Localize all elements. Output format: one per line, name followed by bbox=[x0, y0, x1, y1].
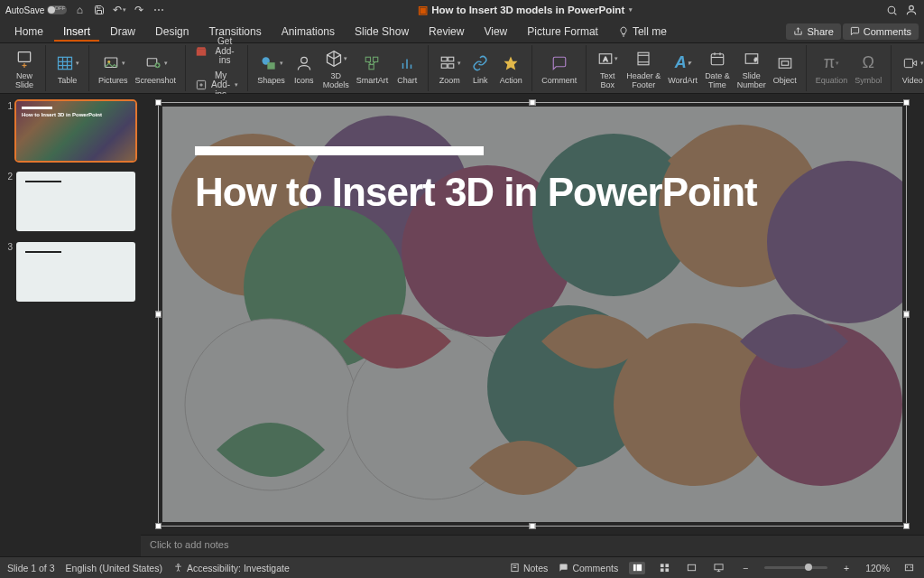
account-icon[interactable] bbox=[904, 3, 919, 17]
undo-icon[interactable]: ↶▾ bbox=[112, 3, 126, 17]
equation-icon: π▾ bbox=[824, 51, 839, 75]
zoom-button[interactable]: ▾ Zoom bbox=[434, 50, 465, 87]
zoom-level[interactable]: 120% bbox=[865, 563, 890, 573]
language-status[interactable]: English (United States) bbox=[66, 563, 162, 573]
resize-handle-nw[interactable] bbox=[155, 99, 162, 106]
svg-rect-40 bbox=[711, 54, 724, 65]
slide-thumbnails-pane[interactable]: 1 How to Insert 3D in PowerPoint 2 3 bbox=[0, 94, 141, 556]
accessibility-icon bbox=[173, 563, 183, 573]
svg-rect-73 bbox=[665, 568, 669, 572]
resize-handle-ne[interactable] bbox=[903, 99, 910, 106]
svg-rect-20 bbox=[267, 62, 274, 70]
header-footer-button[interactable]: Header & Footer bbox=[623, 45, 664, 91]
slide-number-button[interactable]: # Slide Number bbox=[734, 45, 770, 91]
svg-rect-69 bbox=[636, 564, 642, 571]
home-icon[interactable]: ⌂ bbox=[72, 3, 87, 17]
redo-icon[interactable]: ↷ bbox=[132, 3, 146, 17]
icons-icon bbox=[295, 51, 313, 75]
tell-me[interactable]: Tell me bbox=[609, 22, 676, 42]
thumb-slide-3[interactable] bbox=[16, 242, 135, 302]
pictures-button[interactable]: ▾ Pictures bbox=[95, 50, 132, 87]
3d-models-button[interactable]: ▾ 3D Models bbox=[319, 45, 353, 91]
zoom-icon: ▾ bbox=[439, 51, 461, 75]
video-button[interactable]: ▾ Video bbox=[897, 50, 924, 87]
svg-rect-46 bbox=[779, 59, 791, 69]
equation-button[interactable]: π▾ Equation bbox=[812, 50, 852, 87]
resize-handle-w[interactable] bbox=[155, 312, 162, 318]
header-footer-icon bbox=[635, 47, 651, 70]
tab-view[interactable]: View bbox=[475, 22, 516, 42]
svg-text:A: A bbox=[603, 55, 607, 63]
cube-icon: ▾ bbox=[325, 47, 347, 70]
tab-insert[interactable]: Insert bbox=[54, 22, 99, 42]
svg-rect-70 bbox=[661, 564, 664, 567]
resize-handle-e[interactable] bbox=[903, 312, 910, 318]
svg-text:#: # bbox=[754, 57, 757, 62]
save-icon[interactable] bbox=[92, 3, 106, 17]
zoom-slider[interactable] bbox=[764, 566, 827, 569]
zoom-out-button[interactable]: − bbox=[737, 562, 753, 574]
chart-button[interactable]: Chart bbox=[392, 50, 422, 87]
view-normal-icon[interactable] bbox=[629, 562, 645, 574]
view-sorter-icon[interactable] bbox=[656, 562, 672, 574]
search-icon[interactable] bbox=[884, 3, 899, 17]
resize-handle-sw[interactable] bbox=[155, 523, 162, 529]
fit-to-window-icon[interactable] bbox=[901, 562, 917, 574]
resize-handle-s[interactable] bbox=[530, 523, 536, 529]
smartart-icon bbox=[363, 51, 381, 75]
svg-point-64 bbox=[178, 564, 180, 565]
tab-home[interactable]: Home bbox=[5, 22, 52, 42]
comments-toggle[interactable]: Comments bbox=[559, 563, 618, 573]
zoom-in-button[interactable]: + bbox=[838, 562, 855, 574]
powerpoint-file-icon: ▣ bbox=[418, 4, 428, 16]
share-button[interactable]: Share bbox=[786, 23, 840, 40]
comments-button[interactable]: Comments bbox=[843, 23, 919, 40]
tab-draw[interactable]: Draw bbox=[101, 22, 144, 42]
thumb-slide-2[interactable] bbox=[16, 172, 135, 231]
icons-button[interactable]: Icons bbox=[289, 50, 319, 87]
shapes-icon: ▾ bbox=[259, 51, 283, 75]
link-button[interactable]: Link bbox=[465, 50, 495, 87]
object-button[interactable]: Object bbox=[770, 50, 800, 87]
action-button[interactable]: Action bbox=[495, 50, 526, 87]
chart-icon bbox=[399, 51, 415, 75]
slide-canvas[interactable]: How to Insert 3D in PowerPoint bbox=[162, 107, 902, 522]
screenshot-button[interactable]: ▾ Screenshot bbox=[132, 50, 180, 87]
view-slideshow-icon[interactable] bbox=[710, 562, 726, 574]
document-title: ▣ How to Insert 3D models in PowerPoint … bbox=[418, 4, 633, 16]
more-icon[interactable]: ⋯ bbox=[152, 3, 166, 17]
comment-button[interactable]: Comment bbox=[538, 50, 580, 87]
tab-animations[interactable]: Animations bbox=[273, 22, 344, 42]
symbol-icon: Ω bbox=[862, 51, 873, 75]
tab-design[interactable]: Design bbox=[146, 22, 198, 42]
shapes-button[interactable]: ▾ Shapes bbox=[254, 50, 289, 87]
svg-point-0 bbox=[888, 6, 895, 14]
table-button[interactable]: ▾ Table bbox=[51, 50, 83, 87]
textbox-button[interactable]: A▾ Text Box bbox=[592, 45, 623, 91]
thumb-slide-1[interactable]: How to Insert 3D in PowerPoint bbox=[16, 101, 135, 161]
notes-toggle[interactable]: Notes bbox=[510, 563, 548, 573]
get-addins-button[interactable]: Get Add-ins bbox=[191, 35, 242, 68]
lightbulb-icon bbox=[618, 26, 629, 37]
notes-icon bbox=[510, 563, 520, 573]
smartart-button[interactable]: SmartArt bbox=[353, 50, 393, 87]
new-slide-icon bbox=[15, 47, 33, 70]
new-slide-button[interactable]: New Slide bbox=[9, 45, 40, 91]
tab-picture-format[interactable]: Picture Format bbox=[518, 22, 607, 42]
tab-slideshow[interactable]: Slide Show bbox=[346, 22, 418, 42]
notes-pane[interactable]: Click to add notes bbox=[141, 535, 924, 556]
comments-icon bbox=[559, 563, 568, 573]
accessibility-status[interactable]: Accessibility: Investigate bbox=[173, 563, 290, 573]
autosave-toggle[interactable]: AutoSave OFF bbox=[5, 5, 67, 15]
wordart-button[interactable]: A▾ WordArt bbox=[664, 50, 701, 87]
resize-handle-n[interactable] bbox=[530, 99, 536, 106]
resize-handle-se[interactable] bbox=[903, 523, 910, 529]
svg-rect-6 bbox=[59, 57, 72, 69]
svg-rect-33 bbox=[448, 64, 453, 69]
date-time-button[interactable]: Date & Time bbox=[701, 45, 734, 91]
tab-review[interactable]: Review bbox=[420, 22, 473, 42]
view-reading-icon[interactable] bbox=[683, 562, 699, 574]
symbol-button[interactable]: Ω Symbol bbox=[851, 50, 885, 87]
svg-rect-74 bbox=[688, 564, 695, 570]
chevron-down-icon[interactable]: ▾ bbox=[629, 6, 633, 14]
